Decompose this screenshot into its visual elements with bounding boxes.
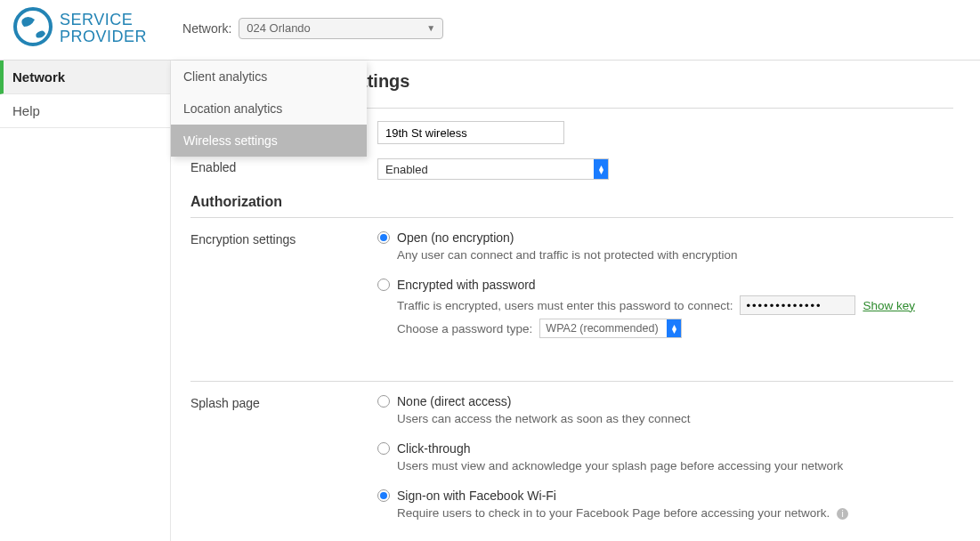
open-title: Open (no encryption) [397, 230, 514, 245]
splash-facebook-option: Sign-on with Facebook Wi-Fi Require user… [377, 489, 953, 520]
submenu-wireless-settings[interactable]: Wireless settings [171, 125, 367, 157]
encryption-open-option: Open (no encryption) Any user can connec… [377, 230, 953, 262]
info-icon[interactable]: i [837, 508, 848, 520]
radio-splash-none[interactable] [377, 395, 390, 408]
sidebar: Network Help [0, 61, 171, 541]
network-label: Network: [182, 21, 231, 36]
network-select-value: 024 Orlando [247, 21, 311, 35]
enabled-select[interactable]: Enabled ▴▾ [377, 158, 609, 180]
brand-text-2: PROVIDER [60, 28, 147, 45]
ssid-input[interactable] [377, 121, 564, 144]
password-input[interactable] [740, 295, 855, 315]
encrypted-desc: Traffic is encrypted, users must enter t… [397, 299, 733, 312]
globe-icon [13, 7, 53, 49]
submenu-location-analytics[interactable]: Location analytics [171, 93, 367, 125]
splash-fb-title: Sign-on with Facebook Wi-Fi [397, 489, 556, 503]
header: SERVICE PROVIDER Network: 024 Orlando ▼ [0, 0, 980, 61]
sidebar-item-label: Network [12, 69, 65, 85]
submenu-flyout: Client analytics Location analytics Wire… [171, 61, 367, 157]
password-type-select[interactable]: WPA2 (recommended) ▴▾ [539, 319, 682, 338]
radio-splash-fb[interactable] [377, 489, 390, 502]
authorization-heading: Authorization [190, 194, 953, 210]
brand-logo: SERVICE PROVIDER [13, 7, 147, 49]
radio-encrypted[interactable] [377, 279, 390, 291]
encryption-password-option: Encrypted with password Traffic is encry… [377, 278, 953, 338]
sidebar-item-help[interactable]: Help [0, 94, 170, 128]
brand-text-1: SERVICE [60, 12, 147, 28]
divider [190, 217, 953, 218]
divider [190, 381, 953, 382]
enabled-label: Enabled [190, 158, 377, 174]
select-handle-icon: ▴▾ [667, 319, 681, 337]
show-key-link[interactable]: Show key [863, 299, 915, 312]
radio-splash-click[interactable] [377, 442, 390, 455]
chevron-down-icon: ▼ [426, 23, 435, 33]
svg-point-0 [15, 9, 51, 44]
main: Client analytics Location analytics Wire… [171, 61, 980, 541]
select-handle-icon: ▴▾ [594, 159, 608, 179]
sidebar-item-network[interactable]: Network [0, 61, 170, 94]
network-select[interactable]: 024 Orlando ▼ [239, 18, 443, 39]
open-desc: Any user can connect and traffic is not … [397, 248, 953, 262]
splash-none-desc: Users can access the network as soon as … [397, 412, 953, 425]
password-type-label: Choose a password type: [397, 322, 532, 335]
network-picker: Network: 024 Orlando ▼ [182, 18, 443, 39]
encryption-label: Encryption settings [190, 230, 377, 246]
splash-click-desc: Users must view and acknowledge your spl… [397, 459, 953, 472]
splash-click-title: Click-through [397, 441, 470, 456]
submenu-client-analytics[interactable]: Client analytics [171, 61, 367, 93]
encrypted-title: Encrypted with password [397, 278, 536, 292]
sidebar-item-label: Help [12, 103, 40, 118]
splash-none-title: None (direct access) [397, 394, 511, 408]
splash-fb-desc: Require users to check in to your Facebo… [397, 506, 953, 520]
page-title: ttings [361, 71, 980, 92]
splash-label: Splash page [190, 394, 377, 410]
splash-none-option: None (direct access) Users can access th… [377, 394, 953, 425]
radio-open[interactable] [377, 231, 390, 244]
splash-click-option: Click-through Users must view and acknow… [377, 441, 953, 472]
